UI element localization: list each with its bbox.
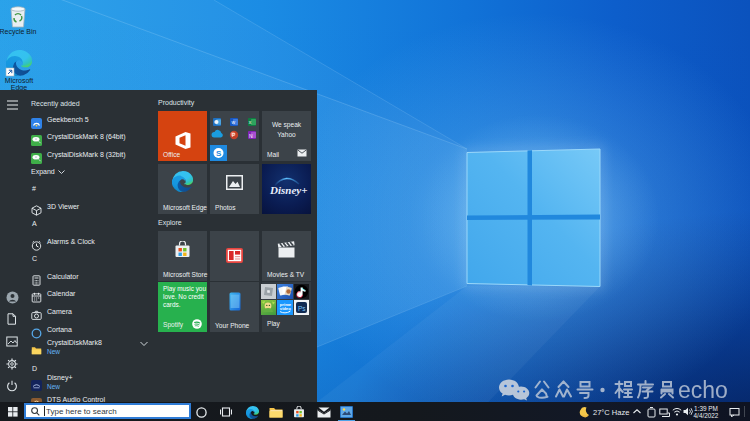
svg-text:Recycle Bin: Recycle Bin — [0, 28, 37, 36]
svg-text:video: video — [280, 306, 291, 311]
svg-text:echo: echo — [678, 377, 728, 403]
svg-text:P: P — [232, 132, 236, 138]
svg-text:Microsoft: Microsoft — [5, 77, 33, 84]
svg-text:w: w — [232, 119, 236, 125]
svg-text:N: N — [249, 133, 253, 139]
svg-text:S: S — [216, 149, 222, 158]
svg-text:Ps: Ps — [298, 305, 306, 312]
svg-text:Disney+: Disney+ — [269, 184, 307, 196]
